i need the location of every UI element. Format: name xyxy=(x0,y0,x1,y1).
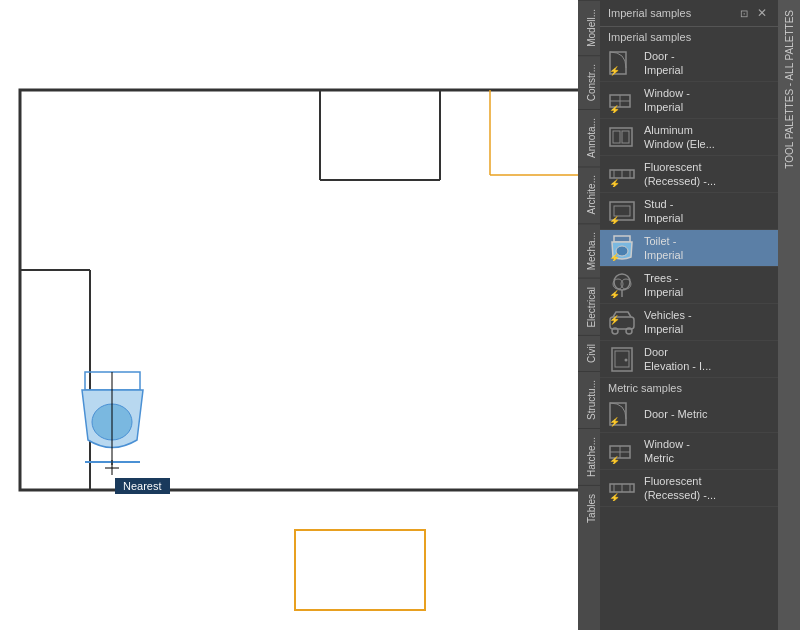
imperial-section-header: Imperial samples xyxy=(600,27,778,45)
door-imperial-icon: ⚡ xyxy=(606,48,638,78)
svg-text:⚡: ⚡ xyxy=(609,104,621,113)
window-metric-label: Window -Metric xyxy=(644,437,772,466)
fluorescent-metric-icon: ⚡ xyxy=(606,473,638,503)
svg-text:⚡: ⚡ xyxy=(609,178,621,187)
item-stud-imperial[interactable]: ⚡ Stud -Imperial xyxy=(600,193,778,230)
palette-tabs-left[interactable]: Modell... Constr... Annota... Archite...… xyxy=(578,0,600,630)
door-imperial-label: Door -Imperial xyxy=(644,49,772,78)
svg-rect-33 xyxy=(614,236,630,242)
svg-text:⚡: ⚡ xyxy=(609,65,621,76)
svg-point-47 xyxy=(625,359,628,362)
metric-section-header: Metric samples xyxy=(600,378,778,396)
item-window-imperial[interactable]: ⚡ Window -Imperial xyxy=(600,82,778,119)
fluorescent-metric-label: Fluorescent(Recessed) -... xyxy=(644,474,772,503)
tab-archite[interactable]: Archite... xyxy=(578,166,600,222)
palette-controls: ⊡ ✕ xyxy=(736,5,770,21)
drawing-canvas[interactable]: Nearest xyxy=(0,0,610,630)
item-door-imperial[interactable]: ⚡ Door -Imperial xyxy=(600,45,778,82)
item-door-elevation[interactable]: DoorElevation - I... xyxy=(600,341,778,378)
window-metric-icon: ⚡ xyxy=(606,436,638,466)
item-fluorescent-metric[interactable]: ⚡ Fluorescent(Recessed) -... xyxy=(600,470,778,507)
tab-constr[interactable]: Constr... xyxy=(578,55,600,109)
vehicles-imperial-icon: ⚡ xyxy=(606,307,638,337)
svg-text:⚡: ⚡ xyxy=(609,314,621,326)
tab-electrical[interactable]: Electrical xyxy=(578,278,600,336)
svg-text:⚡: ⚡ xyxy=(609,455,621,464)
palette-panel: Imperial samples ⊡ ✕ Imperial samples ⚡ … xyxy=(600,0,778,630)
tab-hatche[interactable]: Hatche... xyxy=(578,428,600,485)
stud-imperial-icon: ⚡ xyxy=(606,196,638,226)
item-fluorescent[interactable]: ⚡ Fluorescent(Recessed) -... xyxy=(600,156,778,193)
palette-header: Imperial samples ⊡ ✕ xyxy=(600,0,778,27)
palette-items-list[interactable]: ⚡ Door -Imperial ⚡ Window -Imperial xyxy=(600,45,778,630)
pin-button[interactable]: ⊡ xyxy=(736,5,752,21)
fluorescent-label: Fluorescent(Recessed) -... xyxy=(644,160,772,189)
door-elevation-icon xyxy=(606,344,638,374)
window-imperial-icon: ⚡ xyxy=(606,85,638,115)
item-door-metric[interactable]: ⚡ Door - Metric xyxy=(600,396,778,433)
svg-text:⚡: ⚡ xyxy=(609,252,621,261)
item-alum-window[interactable]: AluminumWindow (Ele... xyxy=(600,119,778,156)
svg-text:⚡: ⚡ xyxy=(609,492,621,501)
tab-tables[interactable]: Tables xyxy=(578,485,600,531)
door-metric-label: Door - Metric xyxy=(644,407,772,421)
toilet-imperial-icon: ⚡ xyxy=(606,233,638,263)
svg-rect-9 xyxy=(295,530,425,610)
svg-rect-31 xyxy=(614,206,630,216)
palette-title: Imperial samples xyxy=(608,7,691,19)
tab-mecha[interactable]: Mecha... xyxy=(578,223,600,278)
alum-window-label: AluminumWindow (Ele... xyxy=(644,123,772,152)
stud-imperial-label: Stud -Imperial xyxy=(644,197,772,226)
svg-rect-24 xyxy=(622,131,629,143)
toilet-imperial-label: Toilet -Imperial xyxy=(644,234,772,263)
tab-structu[interactable]: Structu... xyxy=(578,371,600,428)
item-trees-imperial[interactable]: ⚡ Trees -Imperial xyxy=(600,267,778,304)
tool-palettes-label[interactable]: TOOL PALETTES - ALL PALETTES xyxy=(780,0,799,179)
svg-text:⚡: ⚡ xyxy=(609,416,621,427)
item-vehicles-imperial[interactable]: ⚡ Vehicles -Imperial xyxy=(600,304,778,341)
close-button[interactable]: ✕ xyxy=(754,5,770,21)
tab-modell[interactable]: Modell... xyxy=(578,0,600,55)
tool-palettes-sidebar[interactable]: TOOL PALETTES - ALL PALETTES xyxy=(778,0,800,630)
svg-text:⚡: ⚡ xyxy=(609,215,621,224)
door-metric-icon: ⚡ xyxy=(606,399,638,429)
window-imperial-label: Window -Imperial xyxy=(644,86,772,115)
alum-window-icon xyxy=(606,122,638,152)
svg-rect-23 xyxy=(613,131,620,143)
nearest-tooltip: Nearest xyxy=(115,478,170,494)
svg-text:⚡: ⚡ xyxy=(609,289,621,298)
tab-civil[interactable]: Civil xyxy=(578,335,600,371)
item-window-metric[interactable]: ⚡ Window -Metric xyxy=(600,433,778,470)
door-elevation-label: DoorElevation - I... xyxy=(644,345,772,374)
fluorescent-icon: ⚡ xyxy=(606,159,638,189)
item-toilet-imperial[interactable]: ⚡ Toilet -Imperial xyxy=(600,230,778,267)
tab-annota[interactable]: Annota... xyxy=(578,109,600,166)
trees-imperial-label: Trees -Imperial xyxy=(644,271,772,300)
vehicles-imperial-label: Vehicles -Imperial xyxy=(644,308,772,337)
trees-imperial-icon: ⚡ xyxy=(606,270,638,300)
